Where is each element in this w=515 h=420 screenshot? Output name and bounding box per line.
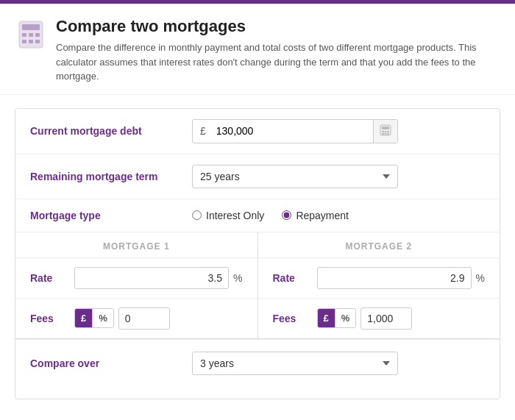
mortgage2-fees-pct-btn[interactable]: % (335, 309, 356, 327)
header-section: Compare two mortgages Compare the differ… (0, 4, 515, 95)
mortgage1-col: MORTGAGE 1 Rate % Fees £ % (15, 232, 258, 338)
svg-rect-2 (22, 33, 26, 37)
calculator-icon (18, 20, 44, 84)
interest-only-option[interactable]: Interest Only (192, 210, 264, 221)
svg-rect-10 (382, 131, 384, 132)
mortgage2-fees-wrapper: £ % (317, 307, 486, 330)
compare-over-label: Compare over (30, 357, 192, 369)
svg-rect-7 (35, 40, 40, 43)
svg-rect-14 (385, 133, 387, 135)
mortgage1-fees-toggle: £ % (74, 308, 114, 328)
mortgage2-header: MORTGAGE 2 (258, 232, 500, 258)
page-wrapper: Compare two mortgages Compare the differ… (0, 0, 515, 420)
mortgage1-fees-amount-input[interactable] (118, 307, 170, 330)
page-title: Compare two mortgages (56, 17, 497, 36)
page-description: Compare the difference in monthly paymen… (56, 40, 497, 84)
mortgage2-col: MORTGAGE 2 Rate % Fees £ % (258, 232, 500, 338)
remaining-term-label: Remaining mortgage term (30, 171, 192, 182)
current-debt-input[interactable] (213, 120, 373, 142)
mortgage2-rate-wrapper: % (317, 267, 486, 289)
svg-rect-5 (22, 40, 26, 43)
mortgage2-fees-toggle: £ % (317, 308, 357, 328)
repayment-label: Repayment (296, 210, 349, 221)
mortgage1-rate-input[interactable] (74, 267, 229, 289)
mortgage1-fees-wrapper: £ % (74, 307, 243, 330)
mortgage2-rate-label: Rate (273, 272, 310, 284)
mortgages-section: MORTGAGE 1 Rate % Fees £ % (15, 232, 500, 339)
mortgage1-fees-row: Fees £ % (15, 299, 258, 338)
svg-rect-12 (387, 131, 389, 132)
mortgage2-rate-input[interactable] (317, 267, 472, 289)
compare-over-select[interactable]: 1 year 2 years 3 years 5 years 10 years (192, 352, 398, 375)
svg-rect-4 (35, 33, 40, 37)
mortgage2-rate-row: Rate % (258, 258, 500, 299)
current-debt-input-wrapper: £ (192, 119, 398, 143)
svg-rect-1 (22, 24, 40, 30)
mortgage2-fees-pound-btn[interactable]: £ (318, 309, 335, 327)
svg-rect-15 (387, 133, 389, 135)
svg-rect-11 (385, 131, 387, 132)
compare-over-row: Compare over 1 year 2 years 3 years 5 ye… (15, 339, 500, 387)
mortgage2-pct-symbol: % (476, 272, 485, 284)
mortgage1-pct-symbol: % (233, 272, 242, 284)
svg-rect-9 (382, 127, 389, 129)
svg-rect-3 (29, 33, 33, 37)
header-text: Compare two mortgages Compare the differ… (56, 17, 497, 84)
mortgage1-rate-row: Rate % (15, 258, 258, 299)
mortgage1-fees-pct-btn[interactable]: % (92, 309, 113, 327)
calc-icon (373, 120, 397, 143)
svg-rect-13 (382, 133, 384, 135)
calculator-card: Current mortgage debt £ (15, 108, 500, 399)
repayment-radio[interactable] (282, 210, 291, 220)
mortgage-type-control: Interest Only Repayment (192, 210, 485, 221)
remaining-term-control: 1 year 2 years 3 years 5 years 10 years … (192, 165, 485, 188)
mortgage2-fees-row: Fees £ % (258, 299, 500, 338)
mortgage2-fees-amount-input[interactable] (360, 307, 412, 330)
svg-rect-6 (29, 40, 33, 43)
mortgage-type-radio-group: Interest Only Repayment (192, 210, 485, 221)
repayment-option[interactable]: Repayment (282, 210, 349, 221)
compare-over-control: 1 year 2 years 3 years 5 years 10 years (192, 352, 485, 375)
mortgage2-fees-label: Fees (273, 313, 310, 324)
interest-only-radio[interactable] (192, 210, 202, 220)
current-debt-control: £ (192, 119, 485, 143)
mortgage1-header: MORTGAGE 1 (15, 232, 258, 258)
mortgage1-fees-label: Fees (30, 313, 67, 324)
remaining-term-select[interactable]: 1 year 2 years 3 years 5 years 10 years … (192, 165, 398, 188)
currency-symbol: £ (193, 120, 213, 142)
current-debt-row: Current mortgage debt £ (15, 109, 500, 154)
interest-only-label: Interest Only (206, 210, 264, 221)
mortgage-type-row: Mortgage type Interest Only Repayment (15, 199, 500, 232)
mortgage1-rate-wrapper: % (74, 267, 243, 289)
mortgage-type-label: Mortgage type (30, 210, 192, 221)
mortgage1-fees-pound-btn[interactable]: £ (75, 309, 92, 327)
remaining-term-row: Remaining mortgage term 1 year 2 years 3… (15, 154, 500, 199)
current-debt-label: Current mortgage debt (30, 125, 192, 137)
mortgage1-rate-label: Rate (30, 272, 67, 284)
